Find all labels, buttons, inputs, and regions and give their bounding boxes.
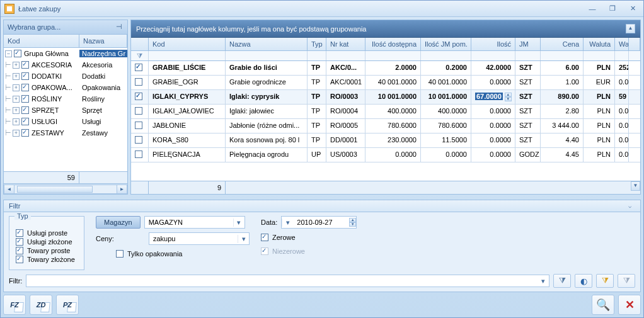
fz-button[interactable]: FZ	[3, 295, 26, 315]
table-row[interactable]: KORA_S80 Kora sosnowa poj. 80 l TP DD/00…	[131, 133, 640, 148]
calendar-icon[interactable]: ▾	[282, 219, 293, 227]
cell-ilosc[interactable]: 0.0000	[471, 76, 515, 89]
tree-item-nazwa[interactable]: Dodatki	[79, 72, 127, 80]
cancel-button[interactable]: ✕	[618, 295, 641, 315]
tylko-opak-checkbox[interactable]	[116, 250, 124, 258]
grid-header-2[interactable]: Typ	[308, 38, 326, 50]
pz-button[interactable]: PZ	[56, 295, 79, 315]
expander-icon[interactable]: +	[13, 62, 20, 69]
cell-ilosc[interactable]: 42.0000	[471, 61, 515, 75]
maximize-button[interactable]: ❐	[606, 3, 619, 14]
tree-checkbox[interactable]	[21, 118, 29, 125]
table-row[interactable]: PIELĘGNACJA Pielęgnacja ogrodu UP US/000…	[131, 148, 640, 162]
tree-checkbox[interactable]	[21, 61, 29, 69]
ceny-select[interactable]: zakupu ▾	[149, 232, 250, 245]
grid-header-0[interactable]: Kod	[149, 38, 226, 50]
typ-checkbox[interactable]	[16, 229, 23, 237]
table-row[interactable]: IGLAKI_CYPRYS Iglaki: cyprysik TP RO/000…	[131, 90, 640, 105]
row-checkbox[interactable]	[135, 150, 142, 158]
funnel-apply-button[interactable]: ⧩	[553, 274, 571, 288]
table-row[interactable]: IGLAKI_JAŁOWIEC Iglaki: jałowiec TP RO/0…	[131, 105, 640, 119]
grid-header-9[interactable]: Waluta	[584, 38, 615, 50]
tree-item-nazwa[interactable]: Rośliny	[79, 95, 127, 103]
cell-ilosc[interactable]: 0.0000	[471, 133, 515, 147]
grid-header-4[interactable]: Ilość dostępna	[365, 38, 421, 50]
magazyn-select[interactable]: MAGAZYN ▾	[144, 216, 245, 229]
row-checkbox[interactable]	[135, 107, 142, 115]
spin-down-icon[interactable]: ▼	[505, 97, 512, 101]
grid-header-8[interactable]: Cena	[541, 38, 584, 50]
grid-header-5[interactable]: Ilość JM pom.	[421, 38, 471, 50]
row-checkbox[interactable]	[135, 122, 142, 129]
expander-icon[interactable]: +	[13, 130, 20, 137]
grid-header-3[interactable]: Nr kat	[326, 38, 365, 50]
filter-input[interactable]: ▾	[26, 275, 549, 287]
minimize-button[interactable]: —	[585, 3, 599, 14]
funnel-edit-button[interactable]: ⧩	[596, 274, 614, 288]
tree-item-nazwa[interactable]: Zestawy	[79, 129, 127, 137]
tree-item-nazwa[interactable]: Sprzęt	[79, 106, 127, 114]
row-checkbox[interactable]	[135, 93, 142, 100]
funnel-clear-button[interactable]: ⧩	[618, 274, 635, 288]
row-checkbox[interactable]	[135, 136, 142, 144]
tree-checkbox[interactable]	[21, 95, 29, 103]
tree-item-nazwa[interactable]: Akcesoria	[79, 61, 127, 69]
row-checkbox[interactable]	[135, 64, 142, 71]
grid-header-1[interactable]: Nazwa	[226, 38, 308, 50]
scroll-left-icon[interactable]: ◄	[4, 185, 14, 194]
zerowe-checkbox[interactable]	[261, 234, 268, 241]
tree-item-nazwa[interactable]: Usługi	[79, 118, 127, 125]
scroll-thumb[interactable]	[17, 186, 93, 193]
expander-icon[interactable]: +	[13, 73, 20, 80]
tree-header-nazwa[interactable]: Nazwa	[79, 35, 127, 47]
tree-checkbox[interactable]	[21, 72, 29, 80]
date-down-icon[interactable]: ▼	[349, 222, 356, 227]
expander-icon[interactable]: +	[13, 118, 20, 125]
tree-checkbox[interactable]	[21, 84, 29, 91]
chevron-down-icon[interactable]: ▾	[238, 235, 249, 243]
grid-header-7[interactable]: JM	[515, 38, 541, 50]
tree-item-kod[interactable]: ROŚLINY	[32, 95, 62, 103]
tree-checkbox[interactable]	[21, 106, 29, 114]
tree-hscroll[interactable]: ◄ ►	[4, 183, 127, 194]
cell-ilosc[interactable]: 0.0000	[471, 119, 515, 133]
cell-ilosc[interactable]: 0.0000	[471, 148, 515, 162]
group-by-bar[interactable]: Przeciągnij tutaj nagłówek kolumny, jeśl…	[131, 20, 640, 38]
scroll-down-icon[interactable]: ▼	[631, 181, 640, 191]
tree-item-kod[interactable]: OPAKOWA...	[32, 84, 72, 91]
expander-icon[interactable]: −	[5, 50, 12, 57]
row-checkbox[interactable]	[135, 78, 142, 86]
close-button[interactable]: ✕	[626, 3, 640, 14]
tree-item-kod[interactable]: AKCESORIA	[32, 61, 72, 69]
table-row[interactable]: GRABIE_LIŚCIE Grabie do liści TP AKC/0..…	[131, 61, 640, 76]
typ-checkbox[interactable]	[16, 256, 23, 263]
expander-icon[interactable]: +	[13, 84, 20, 91]
tree-item-kod[interactable]: USŁUGI	[32, 118, 57, 125]
pin-icon[interactable]: ⊣	[115, 23, 124, 31]
date-picker[interactable]: ▾ 2010-09-27 ▲▼	[281, 216, 357, 229]
typ-checkbox[interactable]	[16, 238, 23, 246]
spin-up-icon[interactable]: ▲	[505, 93, 512, 97]
scroll-right-icon[interactable]: ►	[117, 185, 127, 194]
magazyn-button[interactable]: Magazyn	[96, 216, 141, 229]
tree-header-kod[interactable]: Kod	[4, 35, 79, 47]
grid-check-header[interactable]	[131, 38, 149, 50]
table-row[interactable]: GRABIE_OGR Grabie ogrodnicze TP AKC/0001…	[131, 76, 640, 90]
search-button[interactable]: 🔍	[592, 295, 614, 315]
collapse-icon[interactable]: ⌵	[624, 203, 635, 209]
cell-ilosc[interactable]: 0.0000	[471, 105, 515, 118]
typ-checkbox[interactable]	[16, 247, 23, 254]
expander-icon[interactable]: +	[13, 96, 20, 103]
tree-item-kod[interactable]: ZESTAWY	[32, 129, 64, 137]
zd-button[interactable]: ZD	[30, 295, 52, 315]
date-up-icon[interactable]: ▲	[349, 218, 356, 222]
chevron-down-icon[interactable]: ▾	[233, 219, 244, 227]
tree-item-kod[interactable]: SPRZĘT	[32, 106, 59, 114]
tree-item-nazwa[interactable]: Opakowania	[79, 84, 127, 91]
funnel-toggle-button[interactable]: ◐	[575, 274, 592, 288]
grid-filter-row[interactable]: ⧩	[131, 51, 640, 61]
scroll-up-icon[interactable]: ▲	[626, 24, 635, 33]
grid-header-10[interactable]: Wartość-PLN	[615, 38, 629, 50]
grid-header-6[interactable]: Ilość	[471, 38, 515, 50]
tree-root-kod[interactable]: Grupa Główna	[24, 50, 69, 57]
